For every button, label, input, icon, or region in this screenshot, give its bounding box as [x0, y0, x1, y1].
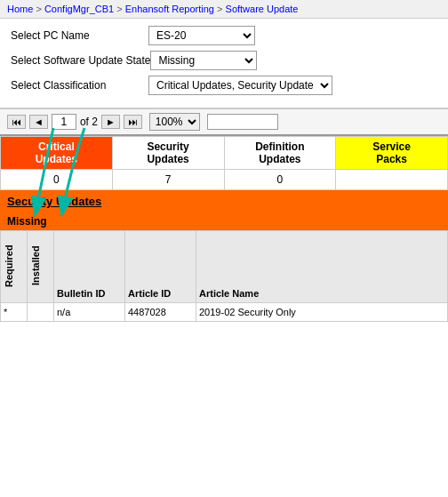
- page-input[interactable]: [52, 114, 76, 130]
- col-definition-updates: DefinitionUpdates: [224, 137, 336, 170]
- th-article-name: Article Name: [196, 231, 448, 303]
- service-value: [336, 170, 448, 190]
- detail-row: * n/a 4487028 2019-02 Security Only: [1, 303, 448, 322]
- breadcrumb-software-update[interactable]: Software Update: [226, 4, 299, 14]
- last-page-button[interactable]: ⏭: [124, 115, 142, 129]
- zoom-select[interactable]: 100% 75% 125% 150%: [149, 113, 200, 131]
- next-page-button[interactable]: ►: [101, 115, 120, 129]
- section-title: Security Updates: [7, 195, 101, 208]
- state-row: Select Software Update State Missing: [11, 51, 437, 70]
- section-subtitle: Missing: [0, 212, 448, 230]
- pc-name-label: Select PC Name: [11, 29, 148, 42]
- detail-header-row: Required Installed Bulletin ID Article I…: [1, 231, 448, 303]
- security-value: 7: [112, 170, 224, 190]
- summary-table: CriticalUpdates SecurityUpdates Definiti…: [0, 136, 448, 190]
- classification-select[interactable]: Critical Updates, Security Update: [148, 76, 332, 95]
- classification-row: Select Classification Critical Updates, …: [11, 76, 437, 95]
- cell-required: *: [1, 303, 28, 322]
- cell-article-id: 4487028: [125, 303, 196, 322]
- section-subtitle-text: Missing: [7, 215, 47, 228]
- breadcrumb-configmgr[interactable]: ConfigMgr_CB1: [44, 4, 114, 14]
- th-installed: Installed: [28, 231, 54, 303]
- first-page-button[interactable]: ⏮: [7, 115, 26, 129]
- section-header: Security Updates: [0, 190, 448, 212]
- th-required-label: Required: [4, 235, 14, 297]
- breadcrumb-enhansoft[interactable]: Enhansoft Reporting: [125, 4, 214, 14]
- th-installed-label: Installed: [30, 235, 41, 297]
- pc-name-row: Select PC Name ES-20: [11, 26, 437, 45]
- critical-value: 0: [1, 170, 113, 190]
- th-article-id: Article ID: [125, 231, 196, 303]
- breadcrumb-home[interactable]: Home: [7, 4, 33, 14]
- cell-bulletin-id: n/a: [54, 303, 125, 322]
- pc-name-select[interactable]: ES-20: [148, 26, 255, 45]
- cell-article-name: 2019-02 Security Only: [196, 303, 448, 322]
- search-input[interactable]: [207, 114, 278, 130]
- summary-row: 0 7 0: [1, 170, 448, 190]
- breadcrumb: Home > ConfigMgr_CB1 > Enhansoft Reporti…: [0, 0, 448, 19]
- form-section: Select PC Name ES-20 Select Software Upd…: [0, 19, 448, 108]
- classification-label: Select Classification: [11, 79, 148, 92]
- prev-page-button[interactable]: ◄: [29, 115, 48, 129]
- total-pages: of 2: [80, 116, 98, 128]
- detail-table: Required Installed Bulletin ID Article I…: [0, 230, 448, 322]
- cell-installed: [28, 303, 54, 322]
- th-required: Required: [1, 231, 28, 303]
- state-label: Select Software Update State: [11, 54, 150, 67]
- pagination-bar: ⏮ ◄ of 2 ► ⏭ 100% 75% 125% 150%: [0, 108, 448, 136]
- col-security-updates: SecurityUpdates: [112, 137, 224, 170]
- col-service-packs: ServicePacks: [336, 137, 448, 170]
- state-select[interactable]: Missing: [150, 51, 257, 70]
- col-critical-updates: CriticalUpdates: [1, 137, 113, 170]
- definition-value: 0: [224, 170, 336, 190]
- data-area: CriticalUpdates SecurityUpdates Definiti…: [0, 136, 448, 322]
- th-bulletin-id: Bulletin ID: [54, 231, 125, 303]
